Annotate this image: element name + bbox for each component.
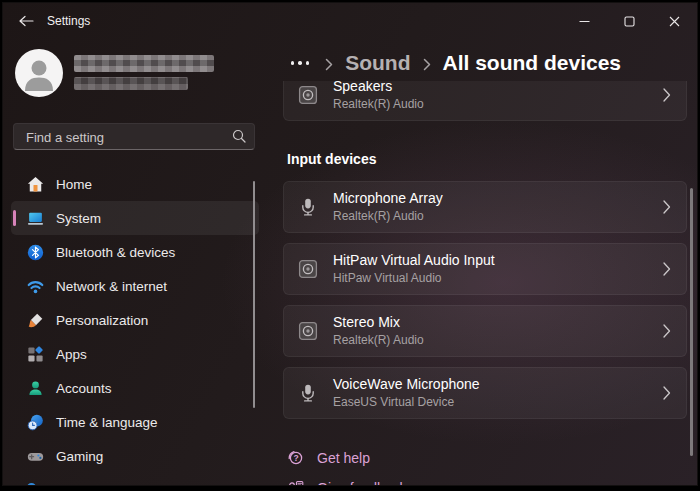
device-title: VoiceWave Microphone [333,376,480,392]
bluetooth-icon [27,244,44,261]
sidebar-item-network-internet[interactable]: Network & internet [11,269,259,303]
device-title: Microphone Array [333,190,443,206]
sidebar-item-accounts[interactable]: Accounts [11,371,259,405]
ellipsis-dot [298,61,301,64]
sidebar-item-label: Personalization [56,313,148,328]
main-content: Sound All sound devices Speakers Realtek… [271,39,697,485]
device-subtitle: Realtek(R) Audio [333,333,424,347]
network-icon [27,278,44,295]
give-feedback-icon [287,479,304,485]
device-card-microphone-array[interactable]: Microphone Array Realtek(R) Audio [283,181,687,233]
device-title: HitPaw Virtual Audio Input [333,252,495,268]
give-feedback-link[interactable]: Give feedback [287,479,407,485]
apps-icon [27,346,44,363]
sidebar-nav: Home System Bluetooth & devices [11,167,259,473]
device-card-stereo-mix[interactable]: Stereo Mix Realtek(R) Audio [283,305,687,357]
svg-text:?: ? [293,453,298,463]
time-language-icon [27,414,44,431]
search-input[interactable] [24,124,218,151]
sidebar-item-label: Time & language [56,415,158,430]
ellipsis-dot [291,61,294,64]
device-subtitle: Realtek(R) Audio [333,97,424,111]
sidebar-item-label: Gaming [56,449,103,464]
accessibility-icon-partial [27,483,36,485]
device-title: Stereo Mix [333,314,400,330]
give-feedback-label: Give feedback [317,480,407,486]
system-icon [27,210,44,227]
window-title: Settings [47,3,90,39]
search-box[interactable] [13,123,255,150]
speaker-icon [298,321,318,341]
close-button[interactable] [652,3,697,39]
accounts-icon [27,380,44,397]
chevron-right-icon [663,88,671,102]
sidebar-scrollbar[interactable] [253,181,255,408]
sidebar-item-label: Network & internet [56,279,167,294]
get-help-link[interactable]: ? Get help [287,449,370,466]
breadcrumb: Sound All sound devices [287,45,621,81]
sidebar-item-apps[interactable]: Apps [11,337,259,371]
chevron-right-icon [663,200,671,214]
chevron-right-icon [663,386,671,400]
personalization-icon [27,312,44,329]
close-icon [669,16,680,27]
speaker-icon [298,259,318,279]
device-card-hitpaw-virtual-audio-input[interactable]: HitPaw Virtual Audio Input HitPaw Virtua… [283,243,687,295]
sidebar-item-home[interactable]: Home [11,167,259,201]
gaming-icon [27,448,44,465]
user-email-redacted [74,77,188,90]
sidebar-item-personalization[interactable]: Personalization [11,303,259,337]
person-icon [15,49,63,97]
microphone-icon [298,383,318,403]
device-subtitle: Realtek(R) Audio [333,209,424,223]
device-card-speakers[interactable]: Speakers Realtek(R) Audio [283,81,687,121]
home-icon [27,176,44,193]
microphone-icon [298,197,318,217]
sidebar-item-label: Accounts [56,381,112,396]
sidebar-item-time-language[interactable]: Time & language [11,405,259,439]
scroll-viewport: Speakers Realtek(R) Audio Input devices … [271,81,697,485]
sidebar-item-bluetooth-devices[interactable]: Bluetooth & devices [11,235,259,269]
settings-window: Settings [2,2,698,486]
device-subtitle: EaseUS Virtual Device [333,395,454,409]
sidebar-item-label: Home [56,177,92,192]
back-arrow-icon [19,15,34,27]
sidebar-item-label: Apps [56,347,87,362]
sidebar-item-label: System [56,211,101,226]
sidebar-item-system[interactable]: System [11,201,259,235]
speaker-icon [298,85,318,105]
minimize-button[interactable] [562,3,607,39]
breadcrumb-sound[interactable]: Sound [345,51,410,75]
selection-indicator [13,210,16,226]
section-header: Input devices [287,151,376,167]
user-avatar[interactable] [15,49,63,97]
device-subtitle: HitPaw Virtual Audio [333,271,442,285]
sidebar-item-gaming[interactable]: Gaming [11,439,259,473]
device-card-voicewave-microphone[interactable]: VoiceWave Microphone EaseUS Virtual Devi… [283,367,687,419]
chevron-right-icon [423,58,431,71]
page-title: All sound devices [443,51,622,75]
chevron-right-icon [663,324,671,338]
main-scrollbar[interactable] [690,188,693,456]
get-help-icon: ? [287,449,304,466]
get-help-label: Get help [317,450,370,466]
sidebar-item-label: Bluetooth & devices [56,245,175,260]
maximize-icon [624,16,635,27]
chevron-right-icon [325,58,333,71]
ellipsis-dot [306,61,309,64]
back-button[interactable] [11,7,41,35]
maximize-button[interactable] [607,3,652,39]
minimize-icon [579,16,590,27]
user-name-redacted [74,55,214,72]
sidebar: Home System Bluetooth & devices [3,39,271,485]
search-icon [232,129,246,143]
titlebar: Settings [3,3,697,39]
device-title: Speakers [333,81,392,94]
chevron-right-icon [663,262,671,276]
breadcrumb-ellipsis-button[interactable] [287,51,313,75]
